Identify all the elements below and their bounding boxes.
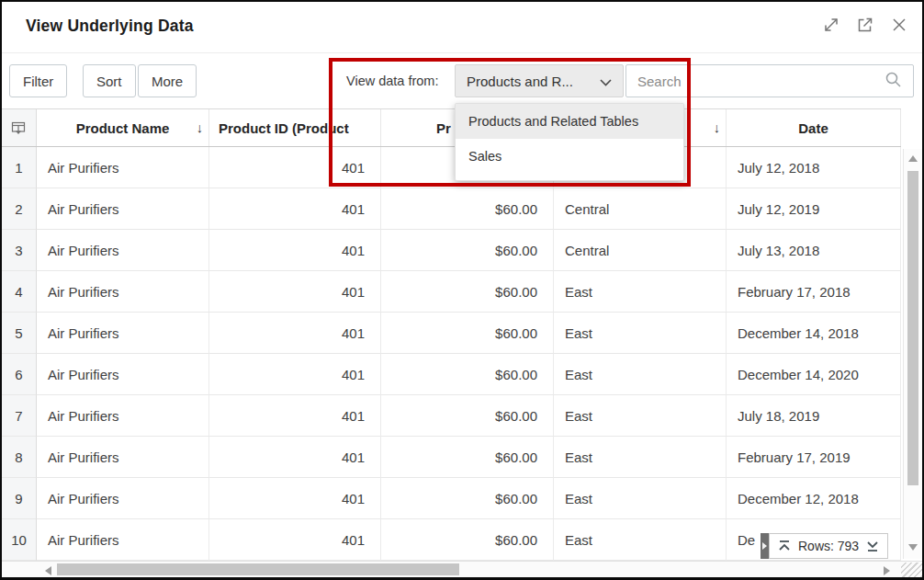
region-cell: Central	[554, 188, 727, 230]
row-number-cell: 9	[2, 478, 37, 519]
horizontal-scrollbar[interactable]	[2, 561, 922, 577]
date-cell: July 12, 2018	[727, 147, 901, 188]
table-header-row: Product Name ↓ Product ID (Product Pr ↓ …	[2, 108, 901, 147]
menu-item-products-and-related-tables[interactable]: Products and Related Tables	[456, 104, 683, 139]
table-row[interactable]: 1Air Purifiers401July 12, 2018	[2, 147, 901, 188]
product-id-cell: 401	[209, 230, 381, 271]
price-cell: $60.00	[381, 437, 554, 478]
row-number-cell: 3	[2, 230, 37, 271]
vertical-scrollbar[interactable]	[903, 149, 922, 559]
open-in-new-window-icon[interactable]	[855, 15, 875, 35]
product-name-cell: Air Purifiers	[37, 313, 209, 354]
menu-item-sales[interactable]: Sales	[456, 139, 683, 174]
product-id-cell: 401	[209, 395, 381, 437]
row-number-cell: 8	[2, 437, 37, 478]
table-row[interactable]: 8Air Purifiers401$60.00EastFebruary 17, …	[2, 437, 901, 478]
price-cell: $60.00	[381, 519, 554, 561]
row-number-cell: 10	[2, 519, 37, 561]
horizontal-scrollbar-thumb[interactable]	[57, 563, 459, 575]
dataset-selector-value: Products and R...	[467, 74, 573, 89]
field-chooser-button[interactable]	[2, 109, 37, 146]
date-cell: February 17, 2018	[727, 271, 901, 313]
table-row[interactable]: 2Air Purifiers401$60.00CentralJuly 12, 2…	[2, 188, 901, 230]
sort-descending-icon[interactable]: ↓	[714, 120, 720, 135]
resize-grip[interactable]	[901, 563, 922, 578]
price-cell: $60.00	[381, 313, 554, 354]
scroll-down-icon[interactable]	[908, 544, 918, 551]
date-cell: December 14, 2020	[727, 354, 901, 395]
region-cell: East	[554, 313, 727, 354]
scroll-left-icon[interactable]	[45, 566, 51, 575]
row-number-cell: 5	[2, 313, 37, 354]
close-icon[interactable]	[889, 15, 909, 35]
price-cell: $60.00	[381, 354, 554, 395]
window-controls	[821, 15, 909, 35]
column-header-product-name[interactable]: Product Name ↓	[37, 109, 209, 146]
view-underlying-data-dialog: View Underlying Data	[0, 0, 924, 580]
table-row[interactable]: 9Air Purifiers401$60.00EastDecember 12, …	[2, 478, 901, 519]
region-cell: East	[554, 395, 727, 437]
filter-button[interactable]: Filter	[9, 64, 67, 97]
table-row[interactable]: 7Air Purifiers401$60.00EastJuly 18, 2019	[2, 395, 901, 437]
product-name-cell: Air Purifiers	[37, 478, 209, 519]
price-cell: $60.00	[381, 230, 554, 271]
product-name-cell: Air Purifiers	[37, 519, 209, 561]
sort-descending-icon[interactable]: ↓	[197, 120, 203, 135]
product-name-cell: Air Purifiers	[37, 354, 209, 395]
dataset-selector[interactable]: Products and R...	[455, 64, 624, 97]
search-icon[interactable]	[885, 71, 902, 92]
scroll-right-icon[interactable]	[884, 566, 890, 575]
date-cell: February 17, 2019	[727, 437, 901, 478]
region-cell: Central	[554, 230, 727, 271]
table-row[interactable]: 6Air Purifiers401$60.00EastDecember 14, …	[2, 354, 901, 395]
row-number-cell: 4	[2, 271, 37, 313]
widget-collapse-handle[interactable]	[761, 533, 769, 559]
row-number-cell: 1	[2, 147, 37, 188]
scroll-up-icon[interactable]	[908, 155, 918, 162]
product-id-cell: 401	[209, 519, 381, 561]
expand-icon[interactable]	[821, 15, 841, 35]
row-number-cell: 2	[2, 188, 37, 230]
product-id-cell: 401	[209, 271, 381, 313]
date-cell: December 14, 2018	[727, 313, 901, 354]
product-id-cell: 401	[209, 188, 381, 230]
table-row[interactable]: 5Air Purifiers401$60.00EastDecember 14, …	[2, 313, 901, 354]
vertical-scrollbar-thumb[interactable]	[907, 171, 918, 485]
column-header-date[interactable]: Date	[727, 109, 901, 146]
region-cell: East	[554, 478, 727, 519]
product-id-cell: 401	[209, 354, 381, 395]
date-cell: July 13, 2018	[727, 230, 901, 271]
rows-count-widget: Rows: 793	[761, 533, 888, 559]
field-chooser-grid-icon	[11, 120, 27, 136]
product-id-cell: 401	[209, 478, 381, 519]
date-cell: July 18, 2019	[727, 395, 901, 437]
more-button[interactable]: More	[138, 64, 197, 97]
table-row[interactable]: 3Air Purifiers401$60.00CentralJuly 13, 2…	[2, 230, 901, 271]
sort-button[interactable]: Sort	[83, 64, 136, 97]
table-row[interactable]: 4Air Purifiers401$60.00EastFebruary 17, …	[2, 271, 901, 313]
product-name-cell: Air Purifiers	[37, 230, 209, 271]
jump-to-bottom-icon[interactable]	[865, 539, 880, 553]
search-input[interactable]	[637, 74, 885, 89]
product-name-cell: Air Purifiers	[37, 437, 209, 478]
price-cell: $60.00	[381, 395, 554, 437]
product-name-cell: Air Purifiers	[37, 271, 209, 313]
column-header-product-id[interactable]: Product ID (Product	[209, 109, 381, 146]
title-bar: View Underlying Data	[2, 2, 922, 53]
price-cell: $60.00	[381, 188, 554, 230]
date-cell: July 12, 2019	[727, 188, 901, 230]
data-table: Product Name ↓ Product ID (Product Pr ↓ …	[2, 108, 901, 561]
jump-to-top-icon[interactable]	[777, 539, 792, 553]
dialog-title: View Underlying Data	[26, 17, 194, 36]
table-body: 1Air Purifiers401July 12, 20182Air Purif…	[2, 147, 901, 561]
region-cell: East	[554, 519, 727, 561]
price-cell: $60.00	[381, 271, 554, 313]
product-id-cell: 401	[209, 437, 381, 478]
region-cell: East	[554, 437, 727, 478]
product-name-cell: Air Purifiers	[37, 395, 209, 437]
view-data-from-label: View data from:	[346, 74, 438, 88]
date-cell: December 12, 2018	[727, 478, 901, 519]
chevron-down-icon	[600, 74, 612, 89]
rows-count-label: Rows: 793	[798, 539, 859, 553]
region-cell: East	[554, 271, 727, 313]
